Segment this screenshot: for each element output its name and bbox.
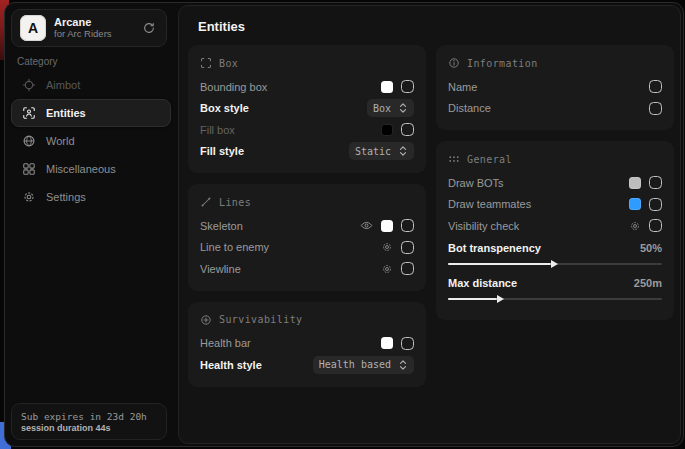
sub-expires-text: Sub expires in 23d 20h	[21, 411, 157, 422]
max-distance-slider[interactable]	[448, 295, 662, 303]
skeleton-checkbox[interactable]	[401, 219, 414, 232]
slider-value: 250m	[634, 277, 662, 289]
sidebar-item-label: Entities	[46, 107, 86, 119]
viewline-checkbox[interactable]	[401, 262, 414, 275]
setting-row-box-style: Box style Box	[200, 98, 414, 120]
bot-transparency-slider[interactable]	[448, 260, 662, 268]
max-distance-group: Max distance 250m	[448, 274, 662, 303]
dropdown-value: Box	[373, 103, 391, 114]
general-card-header: General	[448, 151, 662, 167]
slider-label: Max distance	[448, 277, 517, 289]
row-label: Fill style	[200, 145, 244, 157]
color-swatch[interactable]	[629, 198, 641, 210]
row-label: Health bar	[200, 337, 251, 349]
row-label: Viewline	[200, 263, 241, 275]
color-swatch[interactable]	[381, 124, 393, 136]
fill-style-dropdown[interactable]: Static	[349, 142, 414, 160]
gear-icon[interactable]	[381, 263, 393, 275]
visibility-check-checkbox[interactable]	[649, 219, 662, 232]
info-icon	[448, 57, 460, 69]
sidebar-nav: Aimbot Entities World Miscellaneous	[11, 71, 171, 211]
bounding-box-checkbox[interactable]	[401, 80, 414, 93]
health-style-dropdown[interactable]: Health based	[313, 356, 414, 374]
row-label: Health style	[200, 359, 262, 371]
bot-transparency-group: Bot transpenency 50%	[448, 239, 662, 268]
gear-icon	[22, 190, 36, 204]
main-panel: Entities Box Bounding box	[178, 5, 681, 444]
information-card: Information Name Distance	[436, 45, 674, 130]
setting-row-visibility-check: Visibility check	[448, 215, 662, 237]
row-label: Fill box	[200, 124, 235, 136]
slider-fill	[448, 298, 497, 300]
gear-icon[interactable]	[629, 220, 641, 232]
eye-icon[interactable]	[360, 219, 373, 232]
general-card: General Draw BOTs Draw teammates	[436, 141, 674, 320]
refresh-icon[interactable]	[140, 19, 158, 37]
entities-icon	[22, 106, 36, 120]
globe-icon	[22, 134, 36, 148]
row-label: Distance	[448, 102, 491, 114]
row-label: Visibility check	[448, 220, 519, 232]
right-column: Information Name Distance General	[436, 45, 674, 331]
sidebar-item-label: World	[46, 135, 75, 147]
setting-row-health-bar: Health bar	[200, 333, 414, 355]
fill-box-checkbox[interactable]	[401, 123, 414, 136]
session-duration-text: session duration 44s	[21, 423, 157, 433]
setting-row-fill-style: Fill style Static	[200, 141, 414, 163]
setting-row-draw-bots: Draw BOTs	[448, 172, 662, 194]
sidebar-item-entities[interactable]: Entities	[11, 99, 171, 127]
app-meta: Arcane for Arc Riders	[54, 16, 132, 40]
app-window: A Arcane for Arc Riders Category Aimbot	[4, 2, 684, 447]
color-swatch[interactable]	[381, 337, 393, 349]
box-icon	[200, 57, 212, 69]
health-bar-checkbox[interactable]	[401, 337, 414, 350]
page-title: Entities	[198, 19, 245, 34]
dropdown-value: Health based	[319, 359, 391, 370]
draw-bots-checkbox[interactable]	[649, 176, 662, 189]
sidebar-item-aimbot[interactable]: Aimbot	[11, 71, 171, 99]
sidebar-item-miscellaneous[interactable]: Miscellaneous	[11, 155, 171, 183]
color-swatch[interactable]	[381, 81, 393, 93]
sidebar-item-settings[interactable]: Settings	[11, 183, 171, 211]
slider-fill	[448, 263, 551, 265]
crosshair-icon	[22, 78, 36, 92]
general-icon	[448, 153, 460, 165]
arcane-logo: A	[20, 15, 46, 41]
information-card-title: Information	[467, 58, 538, 69]
box-card: Box Bounding box Box style Box	[188, 45, 426, 173]
setting-row-draw-teammates: Draw teammates	[448, 194, 662, 216]
subscription-card: Sub expires in 23d 20h session duration …	[11, 403, 167, 440]
app-name: Arcane	[54, 16, 132, 29]
grid-icon	[22, 162, 36, 176]
updown-icon	[398, 145, 408, 157]
distance-checkbox[interactable]	[649, 102, 662, 115]
left-column: Box Bounding box Box style Box	[188, 45, 426, 398]
lines-card-header: Lines	[200, 194, 414, 210]
slider-label: Bot transpenency	[448, 242, 541, 254]
setting-row-name: Name	[448, 76, 662, 98]
gear-icon[interactable]	[381, 241, 393, 253]
color-swatch[interactable]	[629, 177, 641, 189]
survivability-card-title: Survivability	[219, 314, 302, 325]
row-label: Draw BOTs	[448, 177, 504, 189]
setting-row-skeleton: Skeleton	[200, 215, 414, 237]
category-label: Category	[17, 56, 58, 67]
lines-icon	[200, 196, 212, 208]
box-style-dropdown[interactable]: Box	[367, 99, 414, 117]
sidebar-item-label: Aimbot	[46, 79, 80, 91]
updown-icon	[398, 359, 408, 371]
draw-teammates-checkbox[interactable]	[649, 198, 662, 211]
row-label: Box style	[200, 102, 249, 114]
setting-row-health-style: Health style Health based	[200, 354, 414, 376]
color-swatch[interactable]	[381, 220, 393, 232]
box-card-header: Box	[200, 55, 414, 71]
row-label: Line to enemy	[200, 241, 269, 253]
sidebar-item-world[interactable]: World	[11, 127, 171, 155]
line-to-enemy-checkbox[interactable]	[401, 241, 414, 254]
sidebar-item-label: Settings	[46, 191, 86, 203]
row-label: Draw teammates	[448, 198, 531, 210]
setting-row-bounding-box: Bounding box	[200, 76, 414, 98]
app-header-card: A Arcane for Arc Riders	[11, 9, 167, 47]
general-card-title: General	[467, 154, 512, 165]
name-checkbox[interactable]	[649, 80, 662, 93]
